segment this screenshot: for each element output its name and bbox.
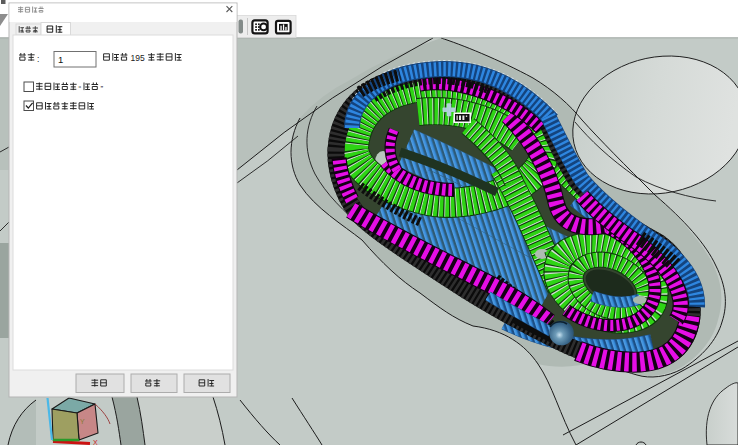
svg-text:195: 195 xyxy=(131,53,145,63)
svg-text:Y: Y xyxy=(80,418,85,425)
svg-text:X: X xyxy=(93,439,98,445)
svg-text:1: 1 xyxy=(58,54,63,65)
svg-text::: : xyxy=(37,54,39,64)
svg-text:“: “ xyxy=(79,84,82,93)
svg-text:”: ” xyxy=(101,84,104,93)
